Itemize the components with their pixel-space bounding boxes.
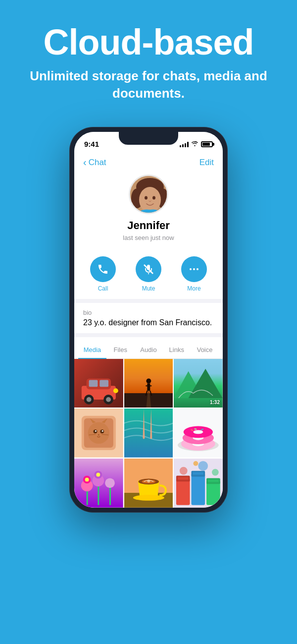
hero-title: Cloud-based bbox=[20, 24, 277, 61]
signal-icon bbox=[180, 141, 189, 147]
media-item-6[interactable] bbox=[174, 409, 223, 458]
svg-point-24 bbox=[146, 378, 151, 383]
profile-name: Jennifer bbox=[127, 219, 170, 232]
action-buttons: Call Mute bbox=[74, 249, 223, 299]
avatar bbox=[129, 175, 168, 214]
svg-rect-88 bbox=[208, 480, 219, 482]
media-item-1[interactable] bbox=[74, 359, 123, 408]
tab-voice[interactable]: Voice bbox=[191, 341, 219, 358]
battery-icon bbox=[201, 141, 213, 147]
wifi-icon bbox=[191, 140, 198, 148]
phone-mockup: 9:41 bbox=[0, 127, 297, 513]
svg-rect-82 bbox=[178, 477, 189, 480]
section-divider-2 bbox=[74, 333, 223, 337]
svg-point-8 bbox=[190, 268, 192, 270]
status-icons bbox=[180, 140, 213, 148]
svg-point-90 bbox=[198, 461, 208, 471]
media-tabs: Media Files Audio Links Voice bbox=[74, 341, 223, 359]
profile-status: last seen just now bbox=[123, 234, 174, 241]
tab-files[interactable]: Files bbox=[106, 341, 135, 358]
media-item-3[interactable]: 1:32 bbox=[174, 359, 223, 408]
call-label: Call bbox=[98, 285, 108, 292]
media-item-2[interactable] bbox=[124, 359, 173, 408]
bio-section: bio 23 y.o. designer from San Francisco. bbox=[74, 303, 223, 333]
media-item-5[interactable] bbox=[124, 409, 173, 458]
back-label: Chat bbox=[89, 158, 106, 168]
svg-rect-80 bbox=[176, 478, 190, 505]
media-timestamp: 1:32 bbox=[210, 400, 220, 405]
svg-rect-65 bbox=[109, 485, 111, 505]
svg-point-5 bbox=[145, 196, 148, 199]
svg-point-78 bbox=[133, 495, 164, 501]
svg-rect-15 bbox=[89, 380, 98, 387]
svg-point-4 bbox=[139, 187, 161, 213]
svg-point-39 bbox=[102, 430, 103, 432]
svg-point-77 bbox=[147, 480, 150, 483]
tab-audio[interactable]: Audio bbox=[135, 341, 163, 358]
bio-text: 23 y.o. designer from San Francisco. bbox=[83, 318, 214, 327]
bio-label: bio bbox=[83, 309, 214, 316]
svg-point-72 bbox=[96, 473, 100, 477]
back-button[interactable]: ‹ Chat bbox=[83, 158, 106, 168]
more-button[interactable]: More bbox=[181, 256, 207, 292]
more-icon-circle bbox=[181, 256, 207, 282]
hero-section: Cloud-based Unlimited storage for chats,… bbox=[0, 0, 297, 117]
tab-media[interactable]: Media bbox=[78, 341, 106, 358]
svg-rect-85 bbox=[193, 472, 204, 475]
mute-button[interactable]: Mute bbox=[136, 256, 161, 292]
tab-links[interactable]: Links bbox=[162, 341, 191, 358]
svg-point-38 bbox=[95, 430, 97, 432]
phone-screen: 9:41 bbox=[74, 132, 223, 508]
svg-rect-86 bbox=[206, 481, 220, 505]
svg-point-92 bbox=[194, 461, 198, 466]
svg-point-18 bbox=[87, 397, 92, 402]
media-item-8[interactable] bbox=[124, 459, 173, 508]
chevron-left-icon: ‹ bbox=[83, 157, 87, 167]
media-grid: 1:32 bbox=[74, 359, 223, 508]
svg-point-58 bbox=[194, 430, 203, 434]
hero-subtitle: Unlimited storage for chats, media and d… bbox=[20, 67, 277, 102]
media-item-7[interactable] bbox=[74, 459, 123, 508]
svg-point-9 bbox=[193, 268, 195, 270]
phone-outer: 9:41 bbox=[69, 127, 228, 513]
avatar-image bbox=[130, 176, 167, 213]
media-item-9[interactable] bbox=[174, 459, 223, 508]
svg-point-70 bbox=[105, 478, 115, 488]
status-time: 9:41 bbox=[84, 140, 99, 148]
svg-point-6 bbox=[152, 196, 155, 199]
svg-rect-16 bbox=[99, 380, 108, 387]
svg-point-21 bbox=[113, 388, 118, 393]
svg-point-20 bbox=[106, 397, 111, 402]
svg-point-10 bbox=[197, 268, 198, 270]
call-button[interactable]: Call bbox=[90, 256, 116, 292]
section-divider bbox=[74, 299, 223, 303]
edit-button[interactable]: Edit bbox=[199, 158, 214, 168]
more-label: More bbox=[187, 285, 200, 292]
svg-rect-25 bbox=[147, 383, 150, 391]
svg-point-35 bbox=[88, 422, 109, 444]
profile-section: Jennifer last seen just now bbox=[74, 171, 223, 249]
phone-notch bbox=[119, 132, 178, 145]
svg-rect-83 bbox=[192, 473, 205, 505]
mute-icon-circle bbox=[136, 256, 161, 282]
call-icon-circle bbox=[90, 256, 116, 282]
svg-point-91 bbox=[212, 469, 219, 476]
svg-point-71 bbox=[85, 478, 89, 482]
svg-point-89 bbox=[180, 467, 188, 475]
mute-label: Mute bbox=[142, 285, 155, 292]
nav-bar: ‹ Chat Edit bbox=[74, 154, 223, 171]
media-item-4[interactable] bbox=[74, 409, 123, 458]
